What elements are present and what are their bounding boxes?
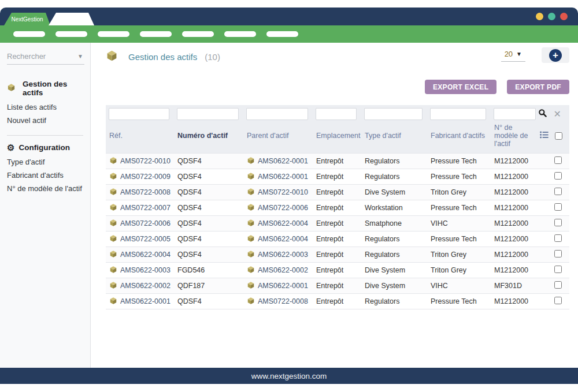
modele-cell: M1212000	[491, 232, 540, 247]
col-header-parent[interactable]: Parent d'actif	[243, 122, 313, 154]
parent-link[interactable]: AMS0622-0001	[258, 173, 308, 181]
numero-cell: QDSF4	[174, 294, 243, 309]
ref-cell: AMS0722-0005	[106, 232, 174, 247]
main-navbar	[0, 25, 578, 43]
ref-link[interactable]: AMS0622-0001	[120, 297, 171, 305]
sidebar-item-liste-des-actifs[interactable]: Liste des actifs	[7, 100, 84, 114]
page-header: Gestion des actifs (10)	[106, 50, 569, 64]
table-row: AMS0622-0002QDF187AMS0622-0001EntrepôtDi…	[106, 278, 569, 294]
fabricant-cell: Pressure Tech	[427, 154, 491, 169]
add-asset-button[interactable]: +	[542, 47, 569, 63]
type-cell: Dive System	[361, 263, 427, 278]
parent-link[interactable]: AMS0622-0001	[258, 282, 308, 290]
filter-emplacement-input[interactable]	[316, 108, 357, 120]
col-header-fabricant[interactable]: Fabricant d'actifs	[427, 122, 491, 154]
parent-link[interactable]: AMS0622-0002	[258, 266, 308, 274]
brand-tab[interactable]: NextGestion	[4, 13, 50, 25]
numero-cell: QDSF4	[174, 169, 243, 185]
package-icon	[7, 83, 16, 94]
select-all-checkbox[interactable]	[555, 132, 562, 140]
parent-link[interactable]: AMS0722-0006	[258, 204, 308, 212]
row-checkbox[interactable]	[554, 250, 562, 257]
ref-link[interactable]: AMS0622-0004	[120, 251, 171, 259]
fabricant-cell: Triton Grey	[427, 247, 491, 263]
parent-link[interactable]: AMS0722-0010	[258, 188, 308, 196]
col-header-numero[interactable]: Numéro d'actif	[174, 122, 243, 154]
row-checkbox[interactable]	[554, 156, 562, 164]
package-icon	[109, 234, 117, 244]
sidebar-item-modele-dactif[interactable]: N° de modèle de l'actif	[7, 182, 84, 195]
ref-link[interactable]: AMS0622-0002	[120, 282, 171, 290]
row-checkbox[interactable]	[554, 188, 562, 195]
row-checkbox[interactable]	[554, 266, 562, 273]
col-header-ref[interactable]: Réf.	[106, 122, 174, 154]
row-checkbox[interactable]	[554, 172, 562, 180]
row-checkbox-cell	[540, 169, 569, 185]
ref-link[interactable]: AMS0722-0006	[120, 219, 171, 227]
nav-pill-7[interactable]	[266, 31, 298, 37]
filter-type-input[interactable]	[364, 108, 423, 120]
nav-pill-6[interactable]	[224, 31, 256, 37]
col-header-modele[interactable]: N° de modèle de l'actif	[491, 122, 540, 154]
clear-filters-icon[interactable]: ✕	[554, 110, 561, 119]
page-size-select[interactable]: 20 ▼	[501, 48, 525, 62]
row-checkbox-cell	[540, 200, 569, 216]
ref-link[interactable]: AMS0722-0008	[120, 188, 171, 196]
sidebar-section-configuration-header[interactable]: ⚙ Configuration	[7, 143, 84, 152]
filter-ref-input[interactable]	[109, 108, 169, 120]
search-dropdown[interactable]: Rechercher ▼	[7, 51, 84, 65]
filter-parent-input[interactable]	[246, 108, 308, 120]
brand-tab-label: NextGestion	[11, 16, 43, 23]
ref-link[interactable]: AMS0722-0010	[120, 157, 171, 165]
emplacement-cell: Entrepôt	[313, 154, 361, 169]
ref-link[interactable]: AMS0722-0005	[120, 235, 171, 243]
parent-cell: AMS0722-0006	[243, 200, 313, 216]
table-row: AMS0722-0007QDSF4AMS0722-0006EntrepôtWor…	[106, 200, 569, 216]
ref-link[interactable]: AMS0722-0009	[120, 173, 171, 181]
page-size-value: 20	[505, 50, 513, 58]
row-checkbox[interactable]	[554, 297, 562, 304]
nav-pill-5[interactable]	[182, 31, 214, 37]
sidebar-section-assets-header[interactable]: Gestion des actifs	[7, 80, 84, 97]
parent-link[interactable]: AMS0722-0008	[258, 297, 308, 305]
filter-numero-input[interactable]	[177, 108, 239, 120]
row-checkbox[interactable]	[554, 281, 562, 289]
nav-pill-4[interactable]	[140, 31, 172, 37]
sidebar-item-type-dactif[interactable]: Type d'actif	[7, 155, 84, 169]
modele-cell: M1212000	[491, 154, 540, 169]
numero-cell: QDSF4	[174, 216, 243, 232]
window-controls	[536, 13, 568, 20]
export-pdf-button[interactable]: EXPORT PDF	[507, 80, 569, 94]
type-cell: Regulators	[361, 247, 427, 263]
filter-fabricant-input[interactable]	[430, 108, 486, 120]
sidebar-item-fabricant-dactifs[interactable]: Fabricant d'actifs	[7, 169, 84, 182]
row-checkbox[interactable]	[554, 234, 562, 242]
list-view-icon[interactable]	[540, 131, 549, 140]
filter-modele-input[interactable]	[494, 108, 536, 120]
nav-pill-2[interactable]	[55, 31, 87, 37]
page-title: Gestion des actifs	[128, 52, 197, 62]
nav-pill-1[interactable]	[13, 31, 45, 37]
ref-link[interactable]: AMS0622-0003	[120, 266, 171, 274]
col-header-type[interactable]: Type d'actif	[361, 122, 427, 154]
parent-link[interactable]: AMS0622-0004	[258, 235, 308, 243]
close-dot-icon[interactable]	[560, 13, 568, 20]
nav-pill-3[interactable]	[98, 31, 129, 37]
emplacement-cell: Entrepôt	[313, 294, 361, 309]
search-icon[interactable]	[538, 109, 547, 120]
parent-link[interactable]: AMS0622-0004	[258, 219, 308, 227]
emplacement-cell: Entrepôt	[313, 247, 361, 263]
numero-cell: QDSF4	[174, 200, 243, 216]
ref-link[interactable]: AMS0722-0007	[120, 204, 171, 212]
export-excel-button[interactable]: EXPORT EXCEL	[425, 80, 497, 94]
footer-url: www.nextgestion.com	[251, 372, 327, 380]
parent-link[interactable]: AMS0622-0001	[258, 157, 308, 165]
maximize-dot-icon[interactable]	[548, 13, 555, 20]
col-header-emplacement[interactable]: Emplacement	[313, 122, 361, 154]
parent-link[interactable]: AMS0622-0003	[258, 251, 308, 259]
blank-tab[interactable]	[49, 13, 94, 25]
row-checkbox[interactable]	[554, 219, 562, 226]
minimize-dot-icon[interactable]	[536, 13, 543, 20]
sidebar-item-nouvel-actif[interactable]: Nouvel actif	[7, 114, 84, 127]
row-checkbox[interactable]	[554, 203, 562, 211]
